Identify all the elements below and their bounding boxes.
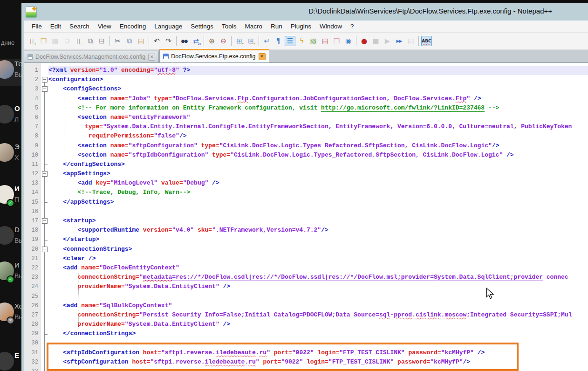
tab-1[interactable]: DocFlow.Services.Management.exe.config✕: [24, 51, 159, 62]
menu-language[interactable]: Language: [150, 21, 186, 31]
chat-list-item-1[interactable]: ТеВы: [0, 59, 21, 86]
chat-list-item-8[interactable]: Е: [0, 350, 21, 371]
toolbar-sync-vertical-scroll-icon[interactable]: ⊞•: [234, 36, 245, 46]
toolbar-find-icon[interactable]: ●●: [179, 36, 190, 46]
toolbar-new-file-icon[interactable]: ▯+: [27, 36, 37, 46]
code-line-19[interactable]: </startup>: [48, 235, 588, 244]
code-line-29[interactable]: </connectionStrings>: [48, 329, 588, 338]
toolbar-file-monitoring-eye-icon[interactable]: ◉: [343, 36, 354, 46]
menu-encoding[interactable]: Encoding: [116, 21, 150, 31]
tab-2[interactable]: DocFlow.Services.Ftp.exe.config✕: [159, 49, 269, 62]
toolbar-document-list-icon[interactable]: ▤: [320, 36, 330, 46]
title-bar[interactable]: D:\DoclinkData\WinServices\Ftp\DocFlow.S…: [24, 3, 588, 21]
menu-file[interactable]: File: [27, 21, 46, 31]
menu-run[interactable]: Run: [267, 21, 287, 31]
toolbar-replace-icon[interactable]: ⇄a: [191, 36, 201, 46]
menu-settings[interactable]: Settings: [186, 21, 218, 31]
menu-window[interactable]: Window: [315, 21, 346, 31]
code-line-20[interactable]: <connectionStrings>: [48, 245, 588, 254]
code-line-5[interactable]: <!-- For more information on Entity Fram…: [48, 103, 588, 113]
code-line-17[interactable]: <startup>: [48, 216, 588, 226]
code-line-32[interactable]: <sftpConfiguration host="sftp1.reverse.i…: [48, 357, 588, 367]
code-line-4[interactable]: <section name="Jobs" type="DocFlow.Servi…: [48, 94, 588, 103]
menu-tools[interactable]: Tools: [218, 21, 241, 31]
menu-view[interactable]: View: [94, 21, 116, 31]
toolbar-macro-play-icon[interactable]: ▶: [382, 36, 393, 46]
tab-close-icon[interactable]: ✕: [148, 54, 155, 61]
toolbar-undo-icon[interactable]: ↶: [151, 36, 162, 46]
fold-collapse-box[interactable]: [42, 218, 48, 224]
toolbar-close-file-icon[interactable]: ▯−: [73, 36, 84, 46]
code-line-27[interactable]: connectionString="Persist Security Info=…: [48, 310, 588, 320]
code-line-13[interactable]: <add key="MinLogLevel" value="Debug" />: [48, 179, 588, 188]
toolbar-macro-stop-icon[interactable]: ■: [370, 36, 381, 46]
chat-list-item-3[interactable]: ЭХ: [0, 142, 21, 169]
menu-edit[interactable]: Edit: [46, 21, 65, 31]
chat-list-item-4[interactable]: ✓ИП: [0, 184, 21, 211]
fold-collapse-box[interactable]: [42, 77, 48, 82]
toolbar-print-icon[interactable]: ⊟: [96, 36, 107, 46]
toolbar-paste-icon[interactable]: ▤: [136, 36, 146, 46]
chat-list-item-5[interactable]: DВы: [0, 225, 21, 252]
code-line-15[interactable]: </appSettings>: [48, 198, 588, 207]
code-line-12[interactable]: <appSettings>: [48, 169, 588, 179]
code-line-33[interactable]: [48, 367, 588, 371]
toolbar-macro-run-multiple-icon[interactable]: ▶▶: [394, 36, 404, 46]
toolbar-open-file-icon[interactable]: ❐: [38, 36, 49, 46]
code-line-30[interactable]: [48, 338, 588, 348]
code-line-31[interactable]: <sftpIdbConfiguration host="sftp1.revers…: [48, 348, 588, 357]
code-line-7[interactable]: type="System.Data.Entity.Internal.Config…: [48, 122, 588, 131]
toolbar-show-all-characters-icon[interactable]: ¶: [273, 36, 284, 46]
code-line-1[interactable]: <?xml version="1.0" encoding="utf-8" ?>: [48, 66, 588, 75]
toolbar-save-all-icon[interactable]: ⧉: [62, 36, 72, 46]
menu-macro[interactable]: Macro: [241, 21, 267, 31]
fold-collapse-box[interactable]: [42, 247, 48, 252]
code-line-14[interactable]: <!--Trace, Debug, Info, Warn-->: [48, 188, 588, 197]
line-number: 14: [24, 188, 41, 197]
code-line-2[interactable]: <configuration>: [48, 75, 588, 84]
toolbar-zoom-out-icon[interactable]: ⊖: [218, 36, 229, 46]
fold-margin[interactable]: [41, 63, 48, 371]
toolbar-indent-guide-icon[interactable]: ☰: [285, 36, 295, 46]
code-line-9[interactable]: <section name="sftpConfiguration" type="…: [48, 141, 588, 151]
code-line-25[interactable]: [48, 292, 588, 301]
fold-collapse-box[interactable]: [42, 86, 48, 92]
toolbar-sync-horizontal-scroll-icon[interactable]: ⊞•: [246, 36, 256, 46]
code-line-24[interactable]: providerName="System.Data.EntityClient" …: [48, 282, 588, 291]
toolbar-redo-icon[interactable]: ↷: [163, 36, 174, 46]
chat-list-item-7[interactable]: ✕ХоВы: [0, 301, 21, 328]
code-line-8[interactable]: requirePermission="false"/>: [48, 131, 588, 141]
fold-collapse-box[interactable]: [42, 171, 48, 177]
code-line-10[interactable]: <section name="sftpIdbConfiguration" typ…: [48, 151, 588, 160]
toolbar-save-file-icon[interactable]: ▦: [50, 36, 61, 46]
menu-help[interactable]: ?: [346, 21, 358, 31]
code-text-area[interactable]: <?xml version="1.0" encoding="utf-8" ?><…: [48, 63, 588, 371]
code-line-6[interactable]: <section name="entityFramework": [48, 113, 588, 122]
code-line-21[interactable]: <clear />: [48, 254, 588, 263]
toolbar-close-all-files-icon[interactable]: ⧉−: [85, 36, 96, 46]
toolbar-macro-save-icon[interactable]: ▤: [405, 36, 416, 46]
toolbar-folder-as-workspace-icon[interactable]: ❐: [331, 36, 342, 46]
toolbar-copy-icon[interactable]: ⧉: [124, 36, 135, 46]
code-line-18[interactable]: <supportedRuntime version="v4.0" sku=".N…: [48, 226, 588, 235]
chat-list-item-6[interactable]: ✓ИВы: [0, 260, 21, 287]
menu-plugins[interactable]: Plugins: [287, 21, 315, 31]
code-line-26[interactable]: <add name="SqlBulkCopyContext": [48, 301, 588, 310]
code-line-3[interactable]: <configSections>: [48, 84, 588, 94]
code-line-22[interactable]: <add name="DocFlowEntityContext": [48, 263, 588, 273]
code-line-11[interactable]: </configSections>: [48, 160, 588, 169]
code-line-28[interactable]: providerName="System.Data.EntityClient" …: [48, 320, 588, 329]
toolbar-cut-icon[interactable]: ✂: [112, 36, 123, 46]
code-line-16[interactable]: [48, 207, 588, 216]
chat-list-item-2[interactable]: ОЛ: [0, 103, 21, 131]
toolbar-word-wrap-icon[interactable]: ↵: [261, 36, 272, 46]
toolbar-zoom-in-icon[interactable]: ⊕: [206, 36, 217, 46]
toolbar-function-list-icon[interactable]: ϟ: [296, 36, 307, 46]
toolbar-spell-check-icon[interactable]: ABC: [421, 36, 432, 46]
tab-close-icon[interactable]: ✕: [259, 53, 266, 60]
editor-area[interactable]: 1234567891011121314151617181920212223242…: [24, 63, 588, 371]
toolbar-document-map-icon[interactable]: ▧: [308, 36, 319, 46]
code-line-23[interactable]: connectionString="metadata=res://*/DocFl…: [48, 273, 588, 282]
menu-search[interactable]: Search: [65, 21, 94, 31]
toolbar-macro-record-icon[interactable]: ●: [359, 36, 369, 46]
